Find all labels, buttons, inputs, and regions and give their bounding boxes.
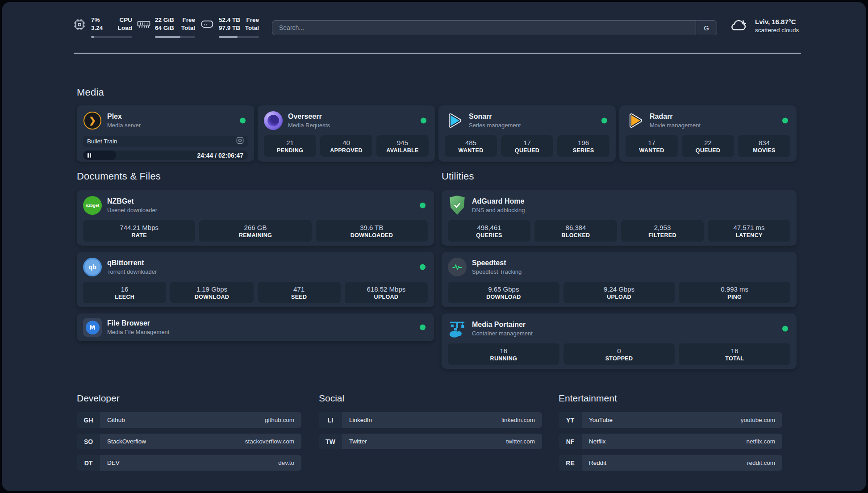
app-description: Media server (107, 121, 141, 129)
stat-label: UPLOAD (607, 294, 631, 300)
stat-value: 16 (731, 347, 739, 355)
now-playing-row: Bullet Train (83, 136, 248, 147)
stat-label: BLOCKED (562, 232, 590, 238)
app-name: Sonarr (469, 112, 521, 121)
stat-value: 0.993 ms (721, 285, 748, 293)
portainer-card[interactable]: Media Portainer Container management 16 … (442, 313, 797, 369)
app-description: Usenet downloader (107, 206, 157, 214)
playback-time: 24:44 / 02:06:47 (197, 152, 243, 159)
app-description: Speedtest Tracking (472, 268, 522, 276)
stat-value: 0 (617, 347, 621, 355)
adguard-card[interactable]: AdGuard Home DNS and adblocking 498,461 … (442, 190, 797, 246)
link-url: linkedin.com (501, 417, 535, 423)
stat-value: 17 (523, 139, 531, 146)
stat-label: QUEUED (515, 147, 539, 154)
sonarr-card[interactable]: Sonarr Series management 485 WANTED 17 Q… (438, 105, 616, 162)
app-description: Media File Management (107, 328, 169, 336)
weather-widget: Lviv, 16.87°C scattered clouds (729, 17, 799, 34)
playback-progress-fill (83, 150, 116, 160)
stat-label: LEECH (115, 294, 134, 300)
link-name: Twitter (349, 438, 367, 445)
cpu-icon (73, 18, 86, 33)
section-title-utilities: Utilities (442, 171, 474, 182)
qbittorrent-card[interactable]: qb qBittorrent Torrent downloader 16 LEE… (77, 252, 434, 307)
memory-labels: FreeTotal (181, 16, 195, 32)
app-name: Radarr (650, 112, 701, 121)
link-url: youtube.com (741, 417, 775, 423)
stat-box: 39.6 TB DOWNLOADED (316, 220, 428, 242)
link-url: stackoverflow.com (245, 438, 294, 445)
stat-box: 744.21 Mbps RATE (83, 220, 195, 242)
link-url: netflix.com (746, 438, 775, 445)
status-dot (782, 117, 788, 123)
stat-value: 945 (397, 139, 408, 146)
filebrowser-card[interactable]: File Browser Media File Management (77, 313, 434, 341)
nzbget-card[interactable]: nzbget NZBGet Usenet downloader 744.21 M… (77, 190, 434, 246)
stat-value: 16 (500, 347, 507, 355)
plex-icon (83, 111, 102, 130)
app-name: File Browser (107, 319, 169, 327)
link-github[interactable]: GH Github github.com (77, 412, 301, 428)
stat-box: 47.571 ms LATENCY (708, 220, 790, 242)
link-netflix[interactable]: NF Netflix netflix.com (559, 434, 782, 449)
radarr-card[interactable]: Radarr Movie management 17 WANTED 22 QUE… (619, 105, 797, 162)
stat-box: 0.993 ms PING (679, 282, 790, 303)
stat-box: 471 SEED (258, 282, 341, 303)
link-twitter[interactable]: TW Twitter twitter.com (319, 434, 542, 449)
stat-label: WANTED (639, 147, 664, 154)
status-dot (601, 117, 607, 123)
stat-label: PING (727, 294, 742, 300)
speedtest-card[interactable]: Speedtest Speedtest Tracking 9.65 Gbps D… (442, 252, 797, 307)
app-description: Container management (472, 330, 533, 337)
stat-box: 618.52 Mbps UPLOAD (345, 282, 428, 303)
stat-box: 22 QUEUED (682, 135, 734, 157)
link-abbr: RE (559, 455, 582, 471)
status-dot (420, 325, 426, 330)
status-dot (420, 264, 426, 270)
section-title-developer: Developer (77, 393, 301, 404)
link-url: twitter.com (506, 438, 535, 445)
stat-value: 485 (465, 139, 476, 146)
link-reddit[interactable]: RE Reddit reddit.com (559, 455, 782, 471)
link-linkedin[interactable]: LI LinkedIn linkedin.com (319, 412, 542, 428)
app-name: Overseerr (288, 112, 330, 121)
stat-value: 17 (648, 139, 655, 146)
stat-box: 485 WANTED (445, 135, 497, 157)
status-dot (420, 202, 426, 208)
stat-label: PENDING (277, 147, 303, 154)
stat-label: QUERIES (476, 232, 502, 238)
stat-label: STOPPED (605, 355, 633, 362)
cpu-progress-bar (91, 36, 132, 38)
search-engine-button[interactable]: G (696, 21, 717, 35)
playback-progress-bar: 24:44 / 02:06:47 (83, 150, 248, 160)
pause-icon[interactable] (88, 153, 91, 158)
stat-value: 834 (759, 139, 770, 146)
overseerr-card[interactable]: Overseerr Media Requests 21 PENDING 40 A… (258, 105, 435, 162)
sonarr-icon (445, 111, 463, 130)
stat-label: DOWNLOAD (486, 294, 521, 300)
link-dev-to[interactable]: DT DEV dev.to (77, 455, 301, 471)
plex-card[interactable]: Plex Media server Bullet Train 24:44 / 0… (77, 105, 254, 162)
stat-value: 266 GB (244, 224, 267, 231)
link-abbr: GH (77, 412, 100, 428)
link-youtube[interactable]: YT YouTube youtube.com (559, 412, 782, 428)
qbittorrent-icon: qb (83, 258, 102, 276)
overseerr-icon (264, 111, 283, 130)
storage-progress-bar (219, 36, 259, 38)
cpu-progress-fill (91, 36, 94, 38)
search-input[interactable] (272, 24, 696, 31)
search-bar: G (272, 20, 717, 35)
stat-label: AVAILABLE (386, 147, 418, 154)
stat-value: 40 (342, 139, 350, 146)
stat-value: 9.24 Gbps (604, 285, 634, 293)
link-name: YouTube (589, 417, 613, 423)
link-abbr: TW (319, 434, 342, 449)
link-name: LinkedIn (349, 417, 372, 423)
link-stackoverflow[interactable]: SO StackOverflow stackoverflow.com (77, 434, 301, 449)
stat-value: 196 (578, 139, 589, 146)
storage-progress-fill (219, 36, 238, 38)
cloud-icon (729, 18, 748, 34)
weather-condition: scattered clouds (755, 26, 799, 34)
status-dot (240, 117, 246, 123)
stat-box: 498,461 QUERIES (448, 220, 530, 242)
